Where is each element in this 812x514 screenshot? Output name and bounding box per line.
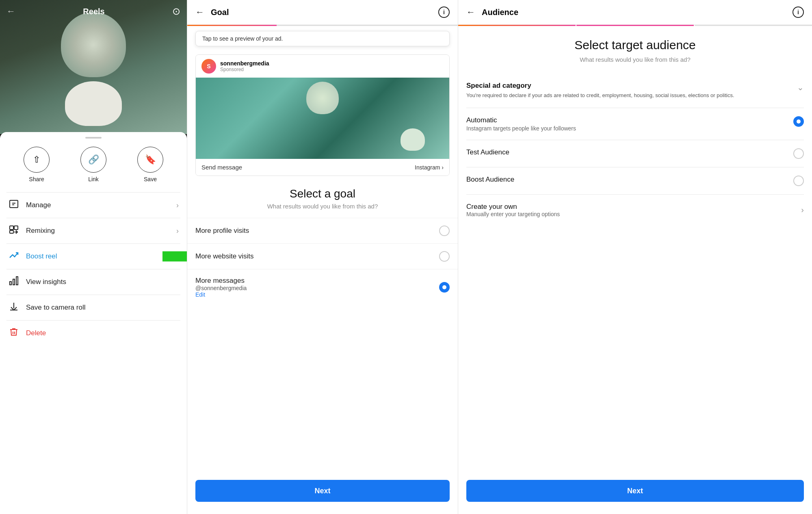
link-action[interactable]: 🔗 Link bbox=[80, 147, 106, 182]
select-target-subtitle: What results would you like from this ad… bbox=[458, 56, 812, 75]
ad-cta-right: Instagram › bbox=[415, 164, 444, 171]
automatic-title: Automatic bbox=[466, 116, 788, 124]
goal-info-icon[interactable]: i bbox=[438, 7, 450, 18]
back-icon[interactable]: ← bbox=[6, 6, 15, 17]
special-ad-category-row[interactable]: Special ad category You're required to d… bbox=[458, 75, 812, 106]
share-action[interactable]: ⇧ Share bbox=[24, 147, 50, 182]
remixing-icon bbox=[8, 225, 19, 237]
goal-next-button[interactable]: Next bbox=[195, 480, 450, 502]
test-audience-radio[interactable] bbox=[793, 148, 804, 159]
green-arrow bbox=[138, 246, 191, 267]
camera-icon[interactable]: ⊙ bbox=[172, 6, 180, 17]
sheet-handle bbox=[85, 137, 102, 139]
share-label: Share bbox=[29, 176, 44, 182]
boost-audience-radio[interactable] bbox=[793, 176, 804, 186]
share-icon: ⇧ bbox=[33, 154, 40, 165]
svg-rect-0 bbox=[10, 200, 18, 208]
sheet-actions: ⇧ Share 🔗 Link 🔖 Save bbox=[0, 147, 187, 192]
save-label: Save bbox=[144, 176, 157, 182]
menu-item-remixing[interactable]: Remixing › bbox=[0, 218, 187, 243]
test-audience-title: Test Audience bbox=[466, 148, 788, 156]
audience-divider-3 bbox=[466, 167, 804, 167]
more-messages-label: More messages bbox=[195, 277, 439, 285]
menu-item-boost-reel[interactable]: Boost reel bbox=[0, 244, 187, 269]
audience-title: Audience bbox=[482, 8, 786, 17]
link-circle: 🔗 bbox=[80, 147, 106, 173]
svg-rect-4 bbox=[10, 282, 11, 285]
menu-item-manage[interactable]: Manage › bbox=[0, 193, 187, 218]
ad-sponsored-label: Sponsored bbox=[220, 67, 269, 72]
ad-avatar: S bbox=[201, 59, 216, 74]
panel-goal: ← Goal i Tap to see a preview of your ad… bbox=[187, 0, 458, 514]
website-visits-label: More website visits bbox=[195, 252, 439, 260]
select-target-title: Select target audience bbox=[458, 26, 812, 56]
more-messages-radio[interactable] bbox=[439, 282, 450, 293]
audience-info-icon[interactable]: i bbox=[793, 7, 804, 18]
save-action[interactable]: 🔖 Save bbox=[137, 147, 163, 182]
goal-back-icon[interactable]: ← bbox=[195, 7, 204, 17]
menu-item-view-insights[interactable]: View insights bbox=[0, 269, 187, 295]
save-camera-icon bbox=[8, 301, 19, 314]
goal-progress-bar bbox=[187, 25, 458, 26]
special-ad-title: Special ad category bbox=[466, 82, 792, 90]
view-insights-label: View insights bbox=[26, 278, 179, 286]
audience-option-automatic[interactable]: Automatic Instagram targets people like … bbox=[458, 110, 812, 138]
save-camera-label: Save to camera roll bbox=[26, 304, 179, 312]
svg-rect-5 bbox=[13, 279, 15, 285]
ad-cta-text: Send message bbox=[201, 164, 242, 171]
automatic-text: Automatic Instagram targets people like … bbox=[466, 116, 788, 132]
automatic-radio[interactable] bbox=[793, 116, 804, 127]
audience-option-test[interactable]: Test Audience bbox=[458, 142, 812, 165]
audience-option-boost[interactable]: Boost Audience bbox=[458, 169, 812, 193]
goal-option-profile-visits[interactable]: More profile visits bbox=[187, 218, 458, 243]
delete-icon bbox=[8, 327, 19, 339]
ad-preview-card[interactable]: S sonnenbergmedia Sponsored Send message… bbox=[195, 54, 450, 176]
audience-header: ← Audience i bbox=[458, 0, 812, 25]
insights-icon bbox=[8, 276, 19, 288]
share-circle: ⇧ bbox=[24, 147, 50, 173]
special-ad-chevron: ⌄ bbox=[797, 82, 804, 92]
ad-preview-image bbox=[196, 78, 449, 159]
goal-title: Goal bbox=[211, 8, 432, 17]
goal-panel-bottom: Next bbox=[187, 473, 458, 514]
audience-divider-2 bbox=[466, 140, 804, 140]
audience-divider-1 bbox=[466, 108, 804, 108]
more-messages-edit[interactable]: Edit bbox=[195, 291, 439, 298]
more-messages-text: More messages @sonnenbergmedia Edit bbox=[195, 277, 439, 298]
audience-next-button[interactable]: Next bbox=[466, 480, 804, 502]
boost-audience-text: Boost Audience bbox=[466, 176, 788, 184]
save-circle: 🔖 bbox=[137, 147, 163, 173]
boost-icon bbox=[8, 250, 19, 262]
link-icon: 🔗 bbox=[88, 154, 99, 165]
test-audience-text: Test Audience bbox=[466, 148, 788, 156]
manage-icon bbox=[8, 199, 19, 211]
menu-item-save-camera[interactable]: Save to camera roll bbox=[0, 295, 187, 320]
more-messages-sublabel: @sonnenbergmedia bbox=[195, 285, 439, 291]
create-own-sub: Manually enter your targeting options bbox=[466, 211, 796, 217]
ad-preview-header: S sonnenbergmedia Sponsored bbox=[196, 55, 449, 78]
create-own-chevron: › bbox=[801, 205, 804, 215]
ad-preview-footer: Send message Instagram › bbox=[196, 159, 449, 176]
create-own-texts: Create your own Manually enter your targ… bbox=[466, 203, 796, 217]
create-own-row[interactable]: Create your own Manually enter your targ… bbox=[458, 196, 812, 224]
audience-back-icon[interactable]: ← bbox=[466, 7, 475, 17]
panel-reels: ← Reels ⊙ ⇧ Share 🔗 Link 🔖 Sav bbox=[0, 0, 187, 514]
svg-rect-1 bbox=[10, 226, 13, 230]
ad-account-name: sonnenbergmedia bbox=[220, 60, 269, 67]
goal-progress-fill bbox=[187, 25, 277, 26]
menu-item-delete[interactable]: Delete bbox=[0, 321, 187, 346]
manage-chevron: › bbox=[176, 201, 179, 210]
goal-option-more-messages[interactable]: More messages @sonnenbergmedia Edit bbox=[187, 269, 458, 305]
ad-preview-tooltip: Tap to see a preview of your ad. bbox=[195, 31, 450, 46]
ad-chevron-icon: › bbox=[442, 164, 444, 171]
select-goal-subtitle: What results would you like from this ad… bbox=[187, 203, 458, 218]
reels-header: ← Reels ⊙ bbox=[0, 0, 187, 23]
goal-option-website-visits[interactable]: More website visits bbox=[187, 243, 458, 269]
remixing-chevron: › bbox=[176, 227, 179, 235]
panel-audience: ← Audience i Select target audience What… bbox=[458, 0, 812, 514]
special-ad-sub: You're required to declare if your ads a… bbox=[466, 91, 792, 100]
remixing-label: Remixing bbox=[26, 227, 170, 235]
website-visits-radio[interactable] bbox=[439, 251, 450, 262]
bottom-sheet: ⇧ Share 🔗 Link 🔖 Save bbox=[0, 132, 187, 514]
profile-visits-radio[interactable] bbox=[439, 226, 450, 236]
